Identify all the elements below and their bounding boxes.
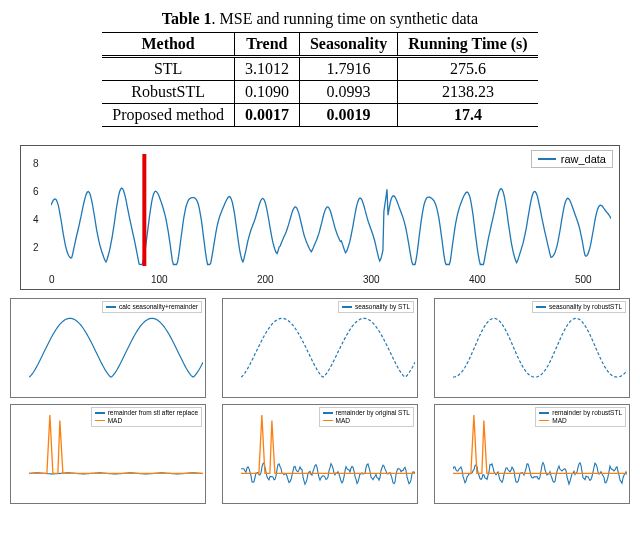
- small-chart: remainder by original STL MAD: [222, 404, 418, 504]
- y-tick: 6: [33, 186, 39, 197]
- caption-text: . MSE and running time on synthetic data: [212, 10, 479, 27]
- legend-line-icon: [539, 412, 549, 414]
- legend-label: seasonality by robustSTL: [549, 303, 622, 311]
- main-plot: [51, 154, 609, 264]
- cell-trend: 0.0017: [234, 104, 299, 127]
- table-row: Proposed method 0.0017 0.0019 17.4: [102, 104, 537, 127]
- small-chart-row: remainder from stl after replace MAD rem…: [10, 404, 630, 504]
- table-caption: Table 1. MSE and running time on synthet…: [10, 10, 630, 28]
- x-tick: 100: [151, 274, 168, 285]
- legend-line-icon: [95, 412, 105, 414]
- x-tick: 300: [363, 274, 380, 285]
- legend-label: MAD: [108, 417, 122, 425]
- cell-time: 275.6: [398, 57, 538, 81]
- small-chart-svg: [29, 305, 203, 385]
- small-chart-svg: [241, 305, 415, 385]
- legend-line-icon: [106, 306, 116, 308]
- cell-method: RobustSTL: [102, 81, 234, 104]
- col-time: Running Time (s): [398, 33, 538, 57]
- legend-line-icon: [342, 306, 352, 308]
- cell-seasonality: 1.7916: [299, 57, 397, 81]
- small-chart-svg: [453, 305, 627, 385]
- small-chart: calc seasonality+remainder: [10, 298, 206, 398]
- small-legend: remainder by robustSTL MAD: [535, 407, 626, 427]
- col-method: Method: [102, 33, 234, 57]
- legend-label: MAD: [336, 417, 350, 425]
- cell-method: Proposed method: [102, 104, 234, 127]
- y-tick: 8: [33, 158, 39, 169]
- results-table: Method Trend Seasonality Running Time (s…: [102, 32, 537, 127]
- caption-label: Table 1: [162, 10, 212, 27]
- legend-line-icon: [95, 420, 105, 422]
- cell-time: 17.4: [398, 104, 538, 127]
- legend-label: seasonality by STL: [355, 303, 410, 311]
- col-trend: Trend: [234, 33, 299, 57]
- small-legend: seasonality by STL: [338, 301, 414, 313]
- table-row: STL 3.1012 1.7916 275.6: [102, 57, 537, 81]
- small-legend: calc seasonality+remainder: [102, 301, 202, 313]
- x-tick: 0: [49, 274, 55, 285]
- legend-label: raw_data: [561, 153, 606, 165]
- small-chart: seasonality by STL: [222, 298, 418, 398]
- main-legend: raw_data: [531, 150, 613, 168]
- small-legend: seasonality by robustSTL: [532, 301, 626, 313]
- cell-trend: 3.1012: [234, 57, 299, 81]
- small-chart-row: calc seasonality+remainder seasonality b…: [10, 298, 630, 398]
- table-row: RobustSTL 0.1090 0.0993 2138.23: [102, 81, 537, 104]
- figure-area: raw_data 2 4 6 8 0 100 200 300 400 500 c…: [10, 145, 630, 504]
- cell-seasonality: 0.0019: [299, 104, 397, 127]
- legend-line-icon: [538, 158, 556, 160]
- main-chart-svg: [51, 154, 611, 266]
- small-chart: seasonality by robustSTL: [434, 298, 630, 398]
- legend-label: remainder by robustSTL: [552, 409, 622, 417]
- legend-label: remainder from stl after replace: [108, 409, 198, 417]
- legend-line-icon: [323, 420, 333, 422]
- main-chart: raw_data 2 4 6 8 0 100 200 300 400 500: [20, 145, 620, 290]
- y-tick: 4: [33, 214, 39, 225]
- legend-label: remainder by original STL: [336, 409, 410, 417]
- y-tick: 2: [33, 242, 39, 253]
- x-tick: 400: [469, 274, 486, 285]
- x-tick: 200: [257, 274, 274, 285]
- legend-label: calc seasonality+remainder: [119, 303, 198, 311]
- cell-method: STL: [102, 57, 234, 81]
- legend-line-icon: [539, 420, 549, 422]
- x-tick: 500: [575, 274, 592, 285]
- small-chart: remainder from stl after replace MAD: [10, 404, 206, 504]
- cell-trend: 0.1090: [234, 81, 299, 104]
- small-legend: remainder by original STL MAD: [319, 407, 414, 427]
- small-chart: remainder by robustSTL MAD: [434, 404, 630, 504]
- small-legend: remainder from stl after replace MAD: [91, 407, 202, 427]
- table-header-row: Method Trend Seasonality Running Time (s…: [102, 33, 537, 57]
- col-seasonality: Seasonality: [299, 33, 397, 57]
- cell-seasonality: 0.0993: [299, 81, 397, 104]
- legend-line-icon: [323, 412, 333, 414]
- legend-label: MAD: [552, 417, 566, 425]
- cell-time: 2138.23: [398, 81, 538, 104]
- legend-line-icon: [536, 306, 546, 308]
